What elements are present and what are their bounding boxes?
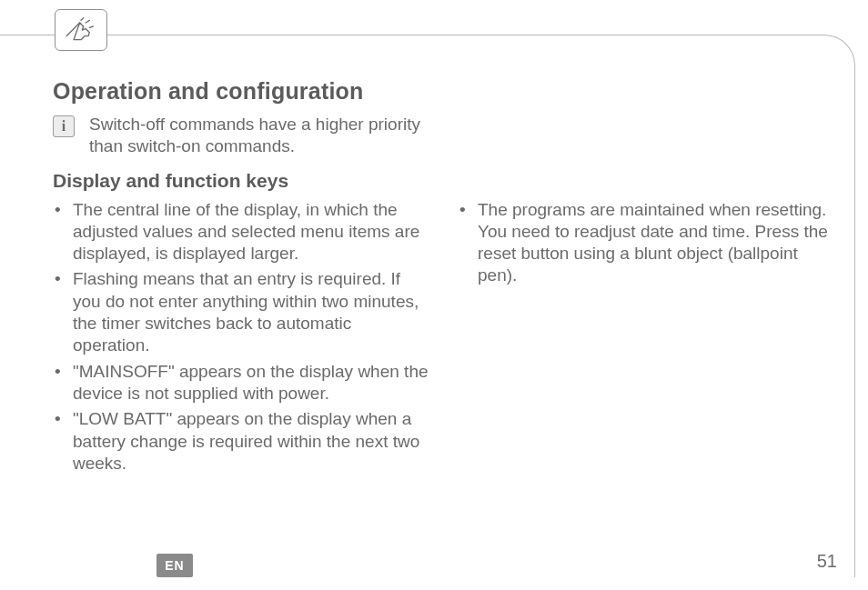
page-number: 51	[817, 551, 837, 572]
info-icon: i	[53, 115, 75, 137]
bullet-list-left: The central line of the display, in whic…	[53, 199, 430, 475]
page-title: Operation and configuration	[53, 78, 837, 105]
hand-press-icon	[55, 9, 107, 51]
left-column: The central line of the display, in whic…	[53, 197, 430, 479]
manual-page: Operation and configuration i Switch-off…	[0, 0, 868, 590]
right-column: The programs are maintained when resetti…	[458, 197, 835, 479]
info-note-row: i Switch-off commands have a higher prio…	[53, 114, 444, 157]
frame-rule-left	[0, 35, 55, 35]
list-item: "LOW BATT" appears on the display when a…	[53, 408, 430, 475]
bullet-list-right: The programs are maintained when resetti…	[458, 199, 835, 287]
two-column-body: The central line of the display, in whic…	[53, 197, 837, 479]
language-tab: EN	[156, 554, 193, 577]
content-area: Operation and configuration i Switch-off…	[53, 78, 837, 478]
list-item: Flashing means that an entry is required…	[53, 268, 430, 356]
info-note-text: Switch-off commands have a higher priori…	[89, 114, 444, 157]
list-item: "MAINSOFF" appears on the display when t…	[53, 361, 430, 405]
section-heading: Display and function keys	[53, 170, 837, 192]
list-item: The central line of the display, in whic…	[53, 199, 430, 265]
list-item: The programs are maintained when resetti…	[458, 199, 835, 287]
